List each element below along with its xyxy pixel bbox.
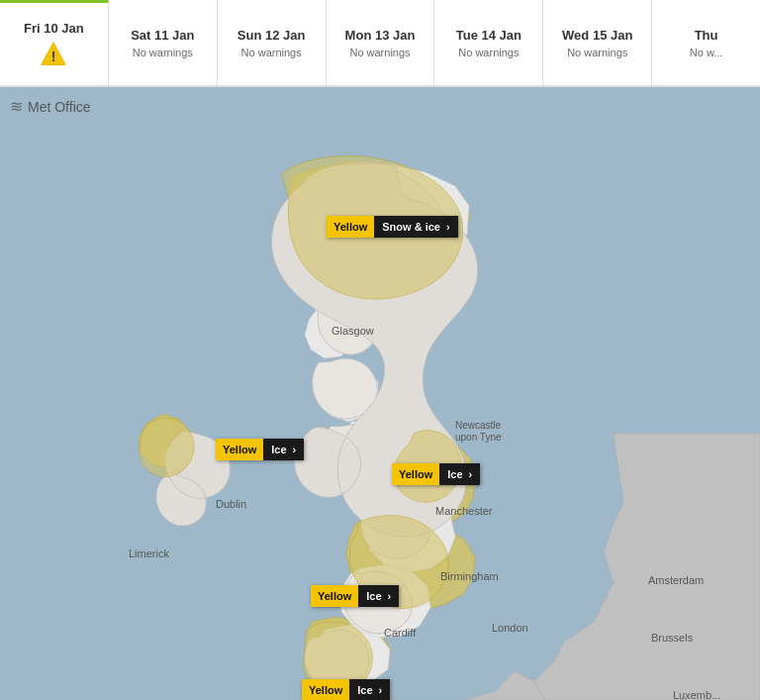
warning-badge-ice-sw[interactable]: Yellow Ice ›	[302, 679, 390, 700]
svg-text:upon Tyne: upon Tyne	[455, 432, 502, 443]
badge-type-ice-sw: Ice ›	[349, 679, 390, 700]
warning-badge-ice-ne[interactable]: Yellow Ice ›	[392, 463, 480, 485]
warning-badge-ice-midlands[interactable]: Yellow Ice ›	[311, 585, 399, 607]
badge-yellow-label-midlands: Yellow	[311, 585, 358, 607]
manchester-label: Manchester	[435, 505, 493, 517]
warning-label-wed15: No warnings	[567, 47, 627, 58]
dublin-label: Dublin	[216, 498, 246, 510]
badge-type-ice-midlands: Ice ›	[358, 585, 399, 607]
luxembourg-label: Luxemb...	[673, 689, 720, 700]
uk-map-svg: Glasgow Newcastle upon Tyne Dublin Limer…	[0, 87, 760, 700]
warning-label-sat11: No warnings	[133, 47, 193, 58]
badge-type-ice-ne: Ice ›	[439, 463, 480, 485]
badge-yellow-label-sw: Yellow	[302, 679, 349, 700]
limerick-label: Limerick	[129, 548, 169, 559]
met-office-logo: ≋ Met Office	[10, 97, 91, 116]
day-label-tue14: Tue 14 Jan	[456, 28, 522, 43]
warning-badge-ice-ireland[interactable]: Yellow Ice ›	[216, 439, 304, 460]
cardiff-label: Cardiff	[384, 627, 417, 639]
badge-type-ice-ireland: Ice ›	[263, 439, 304, 460]
weather-map: ≋ Met Office	[0, 87, 760, 700]
date-cell-thu16[interactable]: Thu No w...	[652, 0, 760, 85]
svg-text:!: !	[51, 49, 56, 64]
warning-label-tue14: No warnings	[458, 47, 519, 58]
date-cell-fri10[interactable]: Fri 10 Jan !	[0, 0, 109, 85]
warning-badge-snow-ice[interactable]: Yellow Snow & ice ›	[327, 216, 458, 238]
day-label-sat11: Sat 11 Jan	[131, 28, 194, 43]
met-office-icon: ≋	[10, 97, 23, 116]
day-label-mon13: Mon 13 Jan	[345, 28, 416, 43]
date-cell-wed15[interactable]: Wed 15 Jan No warnings	[543, 0, 652, 85]
date-cell-tue14[interactable]: Tue 14 Jan No warnings	[434, 0, 543, 85]
date-cell-sat11[interactable]: Sat 11 Jan No warnings	[109, 0, 218, 85]
warning-triangle-icon: !	[40, 40, 67, 67]
date-cell-mon13[interactable]: Mon 13 Jan No warnings	[327, 0, 435, 85]
day-label-sun12: Sun 12 Jan	[238, 28, 306, 43]
warning-label-mon13: No warnings	[349, 47, 410, 58]
brussels-label: Brussels	[651, 632, 694, 644]
badge-yellow-label: Yellow	[327, 216, 374, 238]
london-label: London	[492, 622, 528, 634]
svg-text:Newcastle: Newcastle	[455, 420, 502, 431]
day-label-thu16: Thu	[695, 28, 718, 43]
birmingham-label: Birmingham	[440, 570, 499, 582]
warning-label-thu16: No w...	[690, 47, 723, 58]
badge-type-snow-ice: Snow & ice ›	[374, 216, 457, 238]
warning-label-sun12: No warnings	[241, 47, 302, 58]
badge-yellow-label-ne: Yellow	[392, 463, 439, 485]
day-label-fri10: Fri 10 Jan	[24, 21, 84, 36]
amsterdam-label: Amsterdam	[648, 574, 704, 586]
day-label-wed15: Wed 15 Jan	[562, 28, 632, 43]
met-office-text: Met Office	[28, 99, 91, 115]
date-cell-sun12[interactable]: Sun 12 Jan No warnings	[218, 0, 327, 85]
date-navigation: Fri 10 Jan ! Sat 11 Jan No warnings Sun …	[0, 0, 760, 87]
glasgow-label: Glasgow	[332, 325, 374, 337]
badge-yellow-label-ireland: Yellow	[216, 439, 263, 460]
